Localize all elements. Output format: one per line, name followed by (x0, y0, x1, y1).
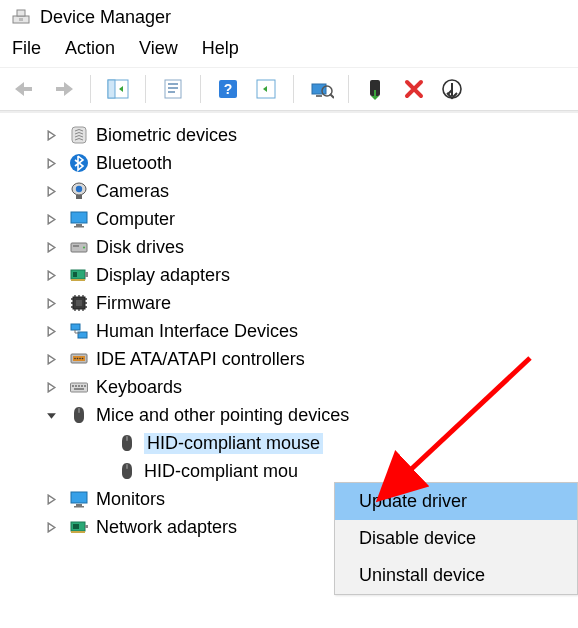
properties-button[interactable] (156, 74, 190, 104)
svg-rect-12 (312, 84, 326, 94)
context-menu-item[interactable]: Disable device (335, 520, 577, 557)
tree-node-label: Mice and other pointing devices (96, 405, 349, 426)
camera-icon (68, 180, 90, 202)
chevron-right-icon[interactable] (40, 522, 62, 533)
context-menu-item[interactable]: Uninstall device (335, 557, 577, 581)
titlebar: Device Manager (0, 0, 578, 32)
uninstall-button[interactable] (397, 74, 431, 104)
svg-rect-62 (78, 408, 80, 413)
window-title: Device Manager (40, 7, 171, 28)
mouse-icon (68, 404, 90, 426)
svg-rect-65 (71, 492, 87, 503)
tree-node-label: IDE ATA/ATAPI controllers (96, 349, 305, 370)
svg-rect-6 (168, 83, 178, 85)
svg-rect-56 (72, 385, 74, 387)
tree-node-ide[interactable]: IDE ATA/ATAPI controllers (0, 345, 578, 373)
chevron-right-icon[interactable] (40, 298, 62, 309)
forward-button[interactable] (46, 74, 80, 104)
scan-hardware-button[interactable] (304, 74, 338, 104)
tree-node-mice[interactable]: Mice and other pointing devices (0, 401, 578, 429)
svg-text:?: ? (224, 81, 233, 97)
tree-node-display[interactable]: Display adapters (0, 261, 578, 289)
tree-node-biometric[interactable]: Biometric devices (0, 121, 578, 149)
svg-rect-32 (85, 272, 88, 277)
svg-point-27 (83, 246, 85, 248)
menu-action[interactable]: Action (65, 38, 115, 59)
tree-node-label: Monitors (96, 489, 165, 510)
tree-node-mouse2[interactable]: HID-compliant mou (0, 457, 578, 485)
keyboard-icon (68, 376, 90, 398)
chevron-right-icon[interactable] (40, 382, 62, 393)
fingerprint-icon (68, 124, 90, 146)
svg-rect-66 (76, 504, 82, 506)
svg-rect-23 (71, 212, 87, 223)
svg-rect-25 (74, 226, 84, 228)
chevron-right-icon[interactable] (40, 130, 62, 141)
svg-point-21 (76, 186, 82, 192)
tree-node-label: HID-compliant mou (144, 461, 298, 482)
chevron-right-icon[interactable] (40, 214, 62, 225)
chevron-right-icon[interactable] (40, 270, 62, 281)
disk-icon (68, 236, 90, 258)
tree-node-label: HID-compliant mouse (144, 433, 323, 454)
device-manager-icon (10, 6, 32, 28)
chip-icon (68, 292, 90, 314)
svg-rect-70 (71, 531, 85, 533)
svg-rect-47 (71, 324, 80, 330)
chevron-right-icon[interactable] (40, 494, 62, 505)
tree-node-label: Display adapters (96, 265, 230, 286)
chevron-right-icon[interactable] (40, 326, 62, 337)
svg-rect-60 (84, 385, 86, 387)
svg-rect-71 (85, 525, 88, 528)
displayadapter-icon (68, 264, 90, 286)
tree-node-firmware[interactable]: Firmware (0, 289, 578, 317)
update-driver-button[interactable] (359, 74, 393, 104)
chevron-right-icon[interactable] (40, 242, 62, 253)
tree-node-hid[interactable]: Human Interface Devices (0, 317, 578, 345)
tree-node-label: Human Interface Devices (96, 321, 298, 342)
chevron-down-icon[interactable] (40, 410, 62, 421)
svg-rect-34 (76, 300, 82, 306)
svg-rect-4 (108, 80, 115, 98)
menu-file[interactable]: File (12, 38, 41, 59)
menubar: File Action View Help (0, 32, 578, 68)
tree-node-cameras[interactable]: Cameras (0, 177, 578, 205)
disable-button[interactable] (435, 74, 469, 104)
tree-node-label: Bluetooth (96, 153, 172, 174)
svg-rect-1 (17, 10, 25, 16)
context-menu: Update driverDisable deviceUninstall dev… (334, 482, 578, 581)
chevron-right-icon[interactable] (40, 158, 62, 169)
svg-point-54 (82, 358, 84, 360)
tree-node-label: Biometric devices (96, 125, 237, 146)
bluetooth-icon (68, 152, 90, 174)
svg-rect-69 (73, 524, 79, 529)
menu-help[interactable]: Help (202, 38, 239, 59)
show-hidden-button[interactable] (249, 74, 283, 104)
tree-node-keyboards[interactable]: Keyboards (0, 373, 578, 401)
svg-line-15 (330, 94, 334, 98)
back-button[interactable] (8, 74, 42, 104)
svg-point-51 (74, 358, 76, 360)
ide-icon (68, 348, 90, 370)
chevron-right-icon[interactable] (40, 186, 62, 197)
tree-node-mouse1[interactable]: HID-compliant mouse (0, 429, 578, 457)
context-menu-item[interactable]: Update driver (335, 483, 577, 520)
svg-rect-28 (73, 245, 79, 247)
svg-rect-30 (73, 272, 77, 277)
mouse-icon (116, 460, 138, 482)
tree-node-bluetooth[interactable]: Bluetooth (0, 149, 578, 177)
svg-rect-61 (74, 388, 84, 390)
chevron-right-icon[interactable] (40, 354, 62, 365)
show-hide-console-button[interactable] (101, 74, 135, 104)
svg-rect-59 (81, 385, 83, 387)
svg-rect-13 (316, 95, 322, 97)
help-button[interactable]: ? (211, 74, 245, 104)
tree-node-diskdrives[interactable]: Disk drives (0, 233, 578, 261)
tree-node-computer[interactable]: Computer (0, 205, 578, 233)
svg-rect-67 (74, 506, 84, 508)
svg-rect-31 (71, 279, 85, 281)
menu-view[interactable]: View (139, 38, 178, 59)
tree-node-label: Cameras (96, 181, 169, 202)
svg-rect-64 (126, 464, 128, 469)
svg-rect-22 (76, 195, 82, 199)
